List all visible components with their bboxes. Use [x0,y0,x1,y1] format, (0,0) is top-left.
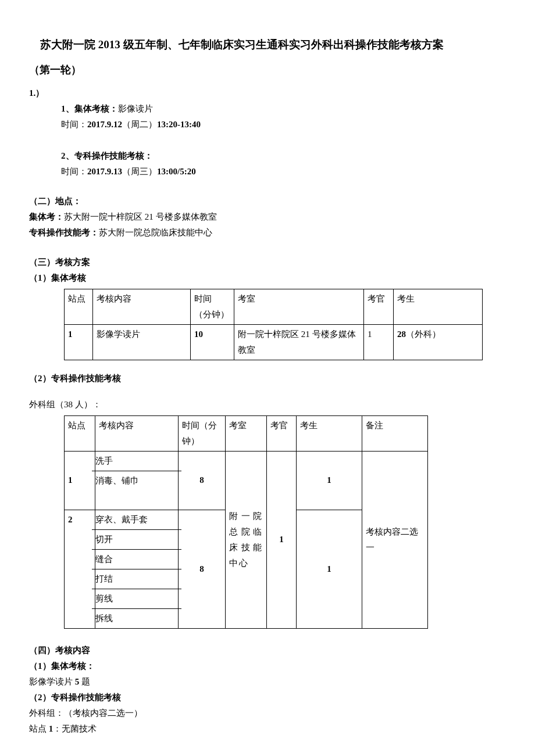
text: 影像学读片 [29,677,75,686]
item-2: 2、专科操作技能考核： [61,148,506,164]
time-range: 13:00/5:20 [157,167,196,176]
cell-examinee: 1 [297,451,362,510]
time-label: 时间： [61,167,87,176]
suffix: （外科） [406,329,441,339]
h-room: 考室 [226,415,267,451]
cell-time: 10 [191,324,234,360]
item-1: 1、集体考核：影像读片 [61,101,506,117]
table-header-row: 站点 考核内容 时间（分钟） 考室 考官 考生 备注 [65,415,428,451]
subitem: 剪线 [92,589,181,609]
cell-time: 8 [179,510,226,628]
subitem: 打结 [92,569,181,589]
cell-examiner: 1 [267,451,297,628]
cell-station: 1 [65,451,95,510]
item-2-label: 2、专科操作技能考核： [61,151,153,160]
h-examiner: 考官 [267,415,297,451]
item-1-time: 时间：2017.9.12（周二）13:20-13:40 [61,117,506,132]
label: 集体考： [29,212,64,221]
h-content: 考核内容 [93,289,191,324]
section-4-label: （四）考核内容 [29,643,506,658]
h-time: 时间（分钟） [179,415,226,451]
cell-content: 洗手 消毒、铺巾 [95,451,179,510]
item-1-label: 1、集体考核： [61,104,118,113]
group-label: 外科组（38 人）： [29,397,506,413]
subitem: 缝合 [92,550,181,569]
h-station: 站点 [65,415,95,451]
cell-examinee: 1 [297,510,362,628]
subitem: 切开 [92,530,181,550]
cell-content: 影像学读片 [93,324,191,360]
text: 站点 [29,724,49,733]
h-room: 考室 [234,289,364,324]
round-label: （第一轮） [29,60,506,79]
section-4-line1: 影像学读片 5 题 [29,674,506,690]
h-examinee: 考生 [297,415,362,451]
text: （分钟） [194,310,229,319]
section-4-sub1: （1）集体考核： [29,658,506,674]
time-range: 13:20-13:40 [157,120,201,129]
cell-note: 考核内容二选一 [362,451,428,628]
table-collective: 站点 考核内容 时间（分钟） 考室 考官 考生 1 影像学读片 10 附一院十梓… [64,289,483,360]
section-1-number: 1.） [29,85,506,101]
section-3-sub2: （2）专科操作技能考核 [29,371,506,386]
h-time: 时间（分钟） [191,289,234,324]
item-1-text: 影像读片 [118,104,153,113]
time-label: 时间： [61,120,87,129]
section-4-line2: 外科组：（考核内容二选一） [29,705,506,721]
subitem: 拆线 [92,609,181,628]
cell-examinee: 28（外科） [394,324,483,360]
h-station: 站点 [65,289,93,324]
text: 苏大附一院十梓院区 21 号楼多媒体教室 [64,212,217,221]
time-date: 2017.9.13 [87,167,122,176]
section-3-sub1: （1）集体考核 [29,270,506,286]
subitem: 洗手 [92,452,181,471]
h-content: 考核内容 [95,415,179,451]
section-4-sub2: （2）专科操作技能考核 [29,690,506,705]
table-row: 1 洗手 消毒、铺巾 8 附一院总院临床技能中心 1 1 考核内容二选一 [65,451,428,510]
time-date: 2017.9.12 [87,120,122,129]
h-examinee: 考生 [394,289,483,324]
subitem: 穿衣、戴手套 [92,510,181,530]
section-4-line3: 站点 1：无菌技术 [29,721,506,737]
spacer [92,490,181,510]
cell-station: 1 [65,324,93,360]
time-day: （周二） [122,120,157,129]
section-2-line-1: 集体考：苏大附一院十梓院区 21 号楼多媒体教室 [29,209,506,225]
table-row: 1 影像学读片 10 附一院十梓院区 21 号楼多媒体教室 1 28（外科） [65,324,483,360]
h-note: 备注 [362,415,428,451]
text: ：无菌技术 [53,724,97,733]
time-day: （周三） [122,167,157,176]
cell-room: 附一院总院临床技能中心 [226,451,267,628]
cell-room: 附一院十梓院区 21 号楼多媒体教室 [234,324,364,360]
cell-content: 穿衣、戴手套 切开 缝合 打结 剪线 拆线 [95,510,179,628]
text: 时间 [194,294,212,303]
table-header-row: 站点 考核内容 时间（分钟） 考室 考官 考生 [65,289,483,324]
count: 28 [397,329,406,339]
table-specialty: 站点 考核内容 时间（分钟） 考室 考官 考生 备注 1 洗手 消毒、铺巾 8 … [64,415,428,629]
section-3-label: （三）考核方案 [29,255,506,270]
cell-time: 8 [179,451,226,510]
text: 题 [79,677,90,686]
label: 专科操作技能考： [29,228,99,237]
cell-examiner: 1 [364,324,394,360]
item-2-time: 时间：2017.9.13（周三）13:00/5:20 [61,164,506,180]
subitem: 消毒、铺巾 [92,471,181,490]
section-2-label: （二）地点： [29,194,506,209]
text: 苏大附一院总院临床技能中心 [99,228,212,237]
h-examiner: 考官 [364,289,394,324]
page-title: 苏大附一院 2013 级五年制、七年制临床实习生通科实习外科出科操作技能考核方案 [29,35,506,55]
section-2-line-2: 专科操作技能考：苏大附一院总院临床技能中心 [29,225,506,241]
cell-station: 2 [65,510,95,628]
